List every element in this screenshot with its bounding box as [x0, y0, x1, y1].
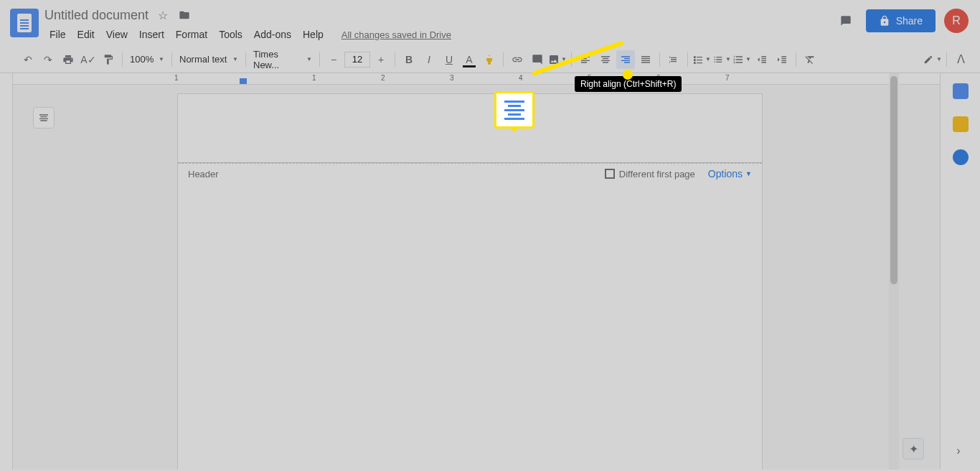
- comments-icon[interactable]: [834, 9, 857, 32]
- redo-icon[interactable]: ↷: [39, 50, 57, 69]
- different-first-page-checkbox[interactable]: Different first page: [605, 169, 695, 179]
- horizontal-ruler[interactable]: 1 1 2 3 4 5 6 7: [13, 73, 940, 85]
- font-dropdown[interactable]: Times New...▼: [250, 50, 315, 69]
- menu-format[interactable]: Format: [171, 27, 212, 42]
- annotation-callout: [494, 91, 534, 129]
- underline-icon[interactable]: U: [440, 50, 458, 69]
- italic-icon[interactable]: I: [420, 50, 438, 69]
- highlight-icon[interactable]: [480, 50, 499, 69]
- paint-format-icon[interactable]: [99, 50, 118, 69]
- fontsize-increase[interactable]: +: [372, 50, 390, 69]
- panel-toggle-icon[interactable]: ›: [950, 442, 967, 460]
- bullet-list-icon[interactable]: ▼: [712, 50, 731, 69]
- document-page[interactable]: Header Different first page Options ▼: [177, 93, 763, 470]
- editing-mode-icon[interactable]: ▼: [923, 50, 942, 69]
- link-icon[interactable]: [508, 50, 527, 69]
- save-status[interactable]: All changes saved in Drive: [341, 29, 451, 40]
- menu-help[interactable]: Help: [298, 27, 329, 42]
- header-options-link[interactable]: Options ▼: [708, 168, 752, 179]
- share-label: Share: [896, 15, 923, 27]
- zoom-dropdown[interactable]: 100%▼: [127, 50, 167, 69]
- line-spacing-icon[interactable]: [664, 50, 683, 69]
- bold-icon[interactable]: B: [400, 50, 418, 69]
- menu-edit[interactable]: Edit: [72, 27, 100, 42]
- outline-icon[interactable]: [33, 107, 55, 129]
- explore-icon[interactable]: ✦: [903, 438, 924, 460]
- scrollbar[interactable]: [889, 73, 899, 470]
- spellcheck-icon[interactable]: A✓: [79, 50, 98, 69]
- menu-file[interactable]: File: [44, 27, 71, 42]
- print-icon[interactable]: [59, 50, 77, 69]
- menu-tools[interactable]: Tools: [214, 27, 248, 42]
- collapse-icon[interactable]: ᐱ: [951, 50, 970, 69]
- indent-marker[interactable]: [240, 78, 247, 84]
- docs-logo[interactable]: [10, 9, 39, 37]
- undo-icon[interactable]: ↶: [19, 50, 37, 69]
- calendar-icon[interactable]: [953, 83, 969, 99]
- share-button[interactable]: Share: [866, 9, 936, 32]
- fontsize-input[interactable]: [344, 52, 370, 67]
- checklist-icon[interactable]: ▼: [692, 50, 711, 69]
- header-section[interactable]: [178, 94, 762, 163]
- outdent-icon[interactable]: [753, 50, 771, 69]
- menu-view[interactable]: View: [101, 27, 133, 42]
- align-right-icon[interactable]: [616, 50, 635, 69]
- annotation-dot: [623, 70, 633, 80]
- text-color-icon[interactable]: A: [460, 50, 479, 69]
- indent-icon[interactable]: [773, 50, 791, 69]
- align-justify-icon[interactable]: [636, 50, 655, 69]
- tasks-icon[interactable]: [953, 149, 969, 165]
- move-icon[interactable]: [177, 8, 192, 22]
- style-dropdown[interactable]: Normal text▼: [176, 50, 241, 69]
- avatar[interactable]: R: [944, 9, 969, 33]
- menu-insert[interactable]: Insert: [134, 27, 169, 42]
- fontsize-decrease[interactable]: −: [324, 50, 343, 69]
- numbered-list-icon[interactable]: ▼: [732, 50, 751, 69]
- keep-icon[interactable]: [953, 116, 969, 132]
- doc-title[interactable]: Untitled document: [44, 8, 149, 23]
- star-icon[interactable]: ☆: [156, 8, 170, 22]
- vertical-ruler: [0, 73, 13, 470]
- side-panel: [940, 73, 980, 470]
- header-label: Header: [188, 169, 219, 179]
- clear-format-icon[interactable]: [801, 50, 819, 69]
- menu-addons[interactable]: Add-ons: [249, 27, 296, 42]
- comment-icon[interactable]: [528, 50, 547, 69]
- align-center-preview-icon: [504, 99, 525, 121]
